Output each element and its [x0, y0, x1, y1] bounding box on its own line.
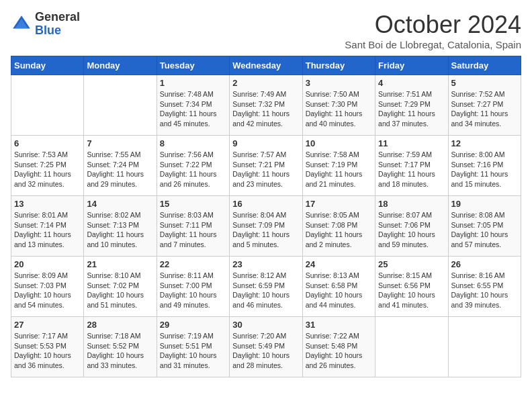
cell-info: Sunrise: 7:50 AM Sunset: 7:30 PM Dayligh… — [306, 89, 372, 129]
cell-info: Sunrise: 8:04 AM Sunset: 7:09 PM Dayligh… — [232, 210, 299, 250]
calendar-cell: 29Sunrise: 7:19 AM Sunset: 5:51 PM Dayli… — [157, 317, 229, 377]
cell-info: Sunrise: 8:07 AM Sunset: 7:06 PM Dayligh… — [378, 210, 445, 250]
day-number: 31 — [306, 320, 372, 330]
calendar-cell: 21Sunrise: 8:10 AM Sunset: 7:02 PM Dayli… — [84, 257, 157, 317]
calendar-cell: 4Sunrise: 7:51 AM Sunset: 7:29 PM Daylig… — [375, 75, 448, 136]
logo: General Blue — [11, 11, 80, 38]
week-row-5: 27Sunrise: 7:17 AM Sunset: 5:53 PM Dayli… — [11, 317, 521, 377]
cell-info: Sunrise: 8:09 AM Sunset: 7:03 PM Dayligh… — [14, 271, 81, 310]
cell-info: Sunrise: 7:49 AM Sunset: 7:32 PM Dayligh… — [232, 89, 299, 129]
month-title: October 2024 — [345, 11, 521, 39]
day-number: 1 — [160, 78, 226, 88]
calendar-cell: 26Sunrise: 8:16 AM Sunset: 6:55 PM Dayli… — [448, 257, 521, 317]
calendar-cell: 16Sunrise: 8:04 AM Sunset: 7:09 PM Dayli… — [230, 196, 302, 257]
day-number: 10 — [306, 138, 372, 148]
calendar-cell: 28Sunrise: 7:18 AM Sunset: 5:52 PM Dayli… — [84, 317, 157, 377]
cell-info: Sunrise: 8:08 AM Sunset: 7:05 PM Dayligh… — [451, 210, 518, 250]
day-number: 16 — [232, 199, 299, 209]
cell-info: Sunrise: 7:20 AM Sunset: 5:49 PM Dayligh… — [232, 331, 299, 371]
calendar-cell: 31Sunrise: 7:22 AM Sunset: 5:48 PM Dayli… — [302, 317, 375, 377]
cell-info: Sunrise: 8:02 AM Sunset: 7:13 PM Dayligh… — [87, 210, 153, 250]
calendar-cell: 13Sunrise: 8:01 AM Sunset: 7:14 PM Dayli… — [11, 196, 84, 257]
day-header-thursday: Thursday — [302, 56, 375, 75]
cell-info: Sunrise: 8:12 AM Sunset: 6:59 PM Dayligh… — [232, 271, 299, 310]
logo-icon — [11, 13, 32, 35]
title-area: October 2024 Sant Boi de Llobregat, Cata… — [345, 11, 521, 50]
cell-info: Sunrise: 8:15 AM Sunset: 6:56 PM Dayligh… — [378, 271, 445, 310]
day-number: 23 — [232, 259, 299, 269]
calendar-cell — [11, 75, 84, 136]
calendar-cell: 17Sunrise: 8:05 AM Sunset: 7:08 PM Dayli… — [302, 196, 375, 257]
day-number: 7 — [87, 138, 153, 148]
day-header-friday: Friday — [375, 56, 448, 75]
cell-info: Sunrise: 7:18 AM Sunset: 5:52 PM Dayligh… — [87, 331, 153, 371]
cell-info: Sunrise: 7:56 AM Sunset: 7:22 PM Dayligh… — [160, 150, 226, 189]
calendar-cell — [448, 317, 521, 377]
calendar-cell: 3Sunrise: 7:50 AM Sunset: 7:30 PM Daylig… — [302, 75, 375, 136]
page-header: General Blue October 2024 Sant Boi de Ll… — [11, 11, 521, 50]
day-header-tuesday: Tuesday — [157, 56, 229, 75]
day-number: 21 — [87, 259, 153, 269]
cell-info: Sunrise: 8:11 AM Sunset: 7:00 PM Dayligh… — [160, 271, 226, 310]
day-number: 18 — [378, 199, 445, 209]
cell-info: Sunrise: 7:57 AM Sunset: 7:21 PM Dayligh… — [232, 150, 299, 189]
days-of-week-row: SundayMondayTuesdayWednesdayThursdayFrid… — [11, 56, 521, 75]
calendar-cell: 27Sunrise: 7:17 AM Sunset: 5:53 PM Dayli… — [11, 317, 84, 377]
day-number: 12 — [451, 138, 518, 148]
day-number: 30 — [232, 320, 299, 330]
cell-info: Sunrise: 8:03 AM Sunset: 7:11 PM Dayligh… — [160, 210, 226, 250]
cell-info: Sunrise: 7:55 AM Sunset: 7:24 PM Dayligh… — [87, 150, 153, 189]
day-number: 9 — [232, 138, 299, 148]
calendar-cell: 6Sunrise: 7:53 AM Sunset: 7:25 PM Daylig… — [11, 136, 84, 196]
week-row-3: 13Sunrise: 8:01 AM Sunset: 7:14 PM Dayli… — [11, 196, 521, 257]
cell-info: Sunrise: 8:16 AM Sunset: 6:55 PM Dayligh… — [451, 271, 518, 310]
day-number: 15 — [160, 199, 226, 209]
day-number: 26 — [451, 259, 518, 269]
cell-info: Sunrise: 7:51 AM Sunset: 7:29 PM Dayligh… — [378, 89, 445, 129]
cell-info: Sunrise: 7:53 AM Sunset: 7:25 PM Dayligh… — [14, 150, 81, 189]
day-number: 13 — [14, 199, 81, 209]
cell-info: Sunrise: 7:22 AM Sunset: 5:48 PM Dayligh… — [306, 331, 372, 371]
calendar-cell: 1Sunrise: 7:48 AM Sunset: 7:34 PM Daylig… — [157, 75, 229, 136]
day-number: 17 — [306, 199, 372, 209]
day-number: 24 — [306, 259, 372, 269]
day-number: 14 — [87, 199, 153, 209]
day-number: 2 — [232, 78, 299, 88]
day-header-saturday: Saturday — [448, 56, 521, 75]
location-subtitle: Sant Boi de Llobregat, Catalonia, Spain — [345, 39, 521, 50]
day-number: 20 — [14, 259, 81, 269]
day-number: 11 — [378, 138, 445, 148]
calendar-cell: 19Sunrise: 8:08 AM Sunset: 7:05 PM Dayli… — [448, 196, 521, 257]
calendar-cell: 12Sunrise: 8:00 AM Sunset: 7:16 PM Dayli… — [448, 136, 521, 196]
calendar-cell: 23Sunrise: 8:12 AM Sunset: 6:59 PM Dayli… — [230, 257, 302, 317]
calendar-cell: 20Sunrise: 8:09 AM Sunset: 7:03 PM Dayli… — [11, 257, 84, 317]
cell-info: Sunrise: 7:17 AM Sunset: 5:53 PM Dayligh… — [14, 331, 81, 371]
cell-info: Sunrise: 8:01 AM Sunset: 7:14 PM Dayligh… — [14, 210, 81, 250]
day-number: 22 — [160, 259, 226, 269]
calendar-body: 1Sunrise: 7:48 AM Sunset: 7:34 PM Daylig… — [11, 75, 521, 377]
day-number: 8 — [160, 138, 226, 148]
day-header-sunday: Sunday — [11, 56, 84, 75]
calendar-cell: 10Sunrise: 7:58 AM Sunset: 7:19 PM Dayli… — [302, 136, 375, 196]
calendar-cell: 15Sunrise: 8:03 AM Sunset: 7:11 PM Dayli… — [157, 196, 229, 257]
day-number: 25 — [378, 259, 445, 269]
day-number: 4 — [378, 78, 445, 88]
day-number: 28 — [87, 320, 153, 330]
cell-info: Sunrise: 7:59 AM Sunset: 7:17 PM Dayligh… — [378, 150, 445, 189]
calendar-cell: 22Sunrise: 8:11 AM Sunset: 7:00 PM Dayli… — [157, 257, 229, 317]
calendar-cell — [84, 75, 157, 136]
day-number: 19 — [451, 199, 518, 209]
logo-general-text: General — [35, 10, 80, 24]
cell-info: Sunrise: 8:10 AM Sunset: 7:02 PM Dayligh… — [87, 271, 153, 310]
calendar-cell: 25Sunrise: 8:15 AM Sunset: 6:56 PM Dayli… — [375, 257, 448, 317]
calendar-cell: 9Sunrise: 7:57 AM Sunset: 7:21 PM Daylig… — [230, 136, 302, 196]
cell-info: Sunrise: 8:05 AM Sunset: 7:08 PM Dayligh… — [306, 210, 372, 250]
calendar-cell: 5Sunrise: 7:52 AM Sunset: 7:27 PM Daylig… — [448, 75, 521, 136]
calendar-cell: 8Sunrise: 7:56 AM Sunset: 7:22 PM Daylig… — [157, 136, 229, 196]
cell-info: Sunrise: 8:13 AM Sunset: 6:58 PM Dayligh… — [306, 271, 372, 310]
day-number: 5 — [451, 78, 518, 88]
calendar-cell: 2Sunrise: 7:49 AM Sunset: 7:32 PM Daylig… — [230, 75, 302, 136]
week-row-4: 20Sunrise: 8:09 AM Sunset: 7:03 PM Dayli… — [11, 257, 521, 317]
calendar-cell: 14Sunrise: 8:02 AM Sunset: 7:13 PM Dayli… — [84, 196, 157, 257]
week-row-1: 1Sunrise: 7:48 AM Sunset: 7:34 PM Daylig… — [11, 75, 521, 136]
